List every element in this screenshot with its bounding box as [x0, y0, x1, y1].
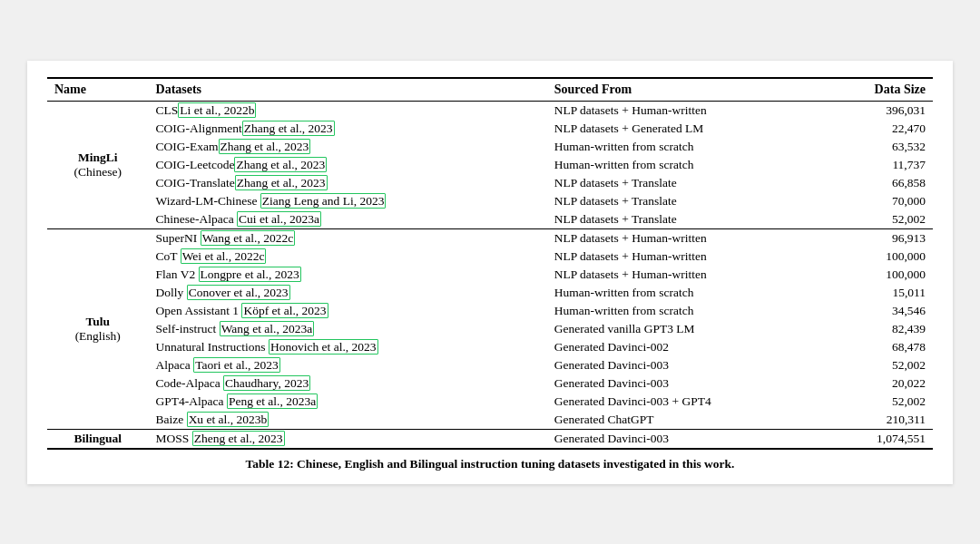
datasets-table: Name Datasets Sourced From Data Size Min…: [47, 77, 933, 450]
group-label-cell: Tulu(English): [47, 228, 149, 429]
dataset-cell: Alpaca Taori et al., 2023: [149, 356, 547, 374]
table-row: Unnatural Instructions Honovich et al., …: [47, 338, 933, 356]
table-row: Chinese-Alpaca Cui et al., 2023aNLP data…: [47, 210, 933, 229]
size-cell: 100,000: [826, 248, 933, 266]
size-cell: 15,011: [826, 284, 933, 302]
table-row: COIG-AlignmentZhang et al., 2023NLP data…: [47, 120, 933, 138]
source-cell: Human-written from scratch: [547, 302, 826, 320]
dataset-cell: Flan V2 Longpre et al., 2023: [149, 266, 547, 284]
source-cell: Generated Davinci-003: [547, 374, 826, 393]
source-cell: Generated Davinci-002: [547, 338, 826, 356]
size-cell: 68,478: [826, 338, 933, 356]
dataset-cell: CoT Wei et al., 2022c: [149, 248, 547, 266]
size-cell: 1,074,551: [826, 429, 933, 449]
source-cell: Generated ChatGPT: [547, 411, 826, 430]
size-cell: 210,311: [826, 411, 933, 430]
dataset-cell: Dolly Conover et al., 2023: [149, 284, 547, 302]
table-row: BilingualMOSS Zheng et al., 2023Generate…: [47, 429, 933, 449]
col-header-datasets: Datasets: [149, 78, 547, 102]
dataset-cell: CLSLi et al., 2022b: [149, 101, 547, 120]
group-label-cell: Bilingual: [47, 429, 149, 449]
source-cell: NLP datasets + Translate: [547, 210, 826, 229]
dataset-cell: GPT4-Alpaca Peng et al., 2023a: [149, 393, 547, 411]
table-row: COIG-ExamZhang et al., 2023Human-written…: [47, 138, 933, 156]
source-cell: NLP datasets + Human-written: [547, 248, 826, 266]
col-header-source: Sourced From: [547, 78, 826, 102]
source-cell: Generated Davinci-003: [547, 356, 826, 374]
group-label-cell: MingLi(Chinese): [47, 101, 149, 228]
dataset-cell: Self-instruct Wang et al., 2023a: [149, 320, 547, 338]
table-header-row: Name Datasets Sourced From Data Size: [47, 78, 933, 102]
size-cell: 22,470: [826, 120, 933, 138]
size-cell: 52,002: [826, 393, 933, 411]
table-row: CoT Wei et al., 2022cNLP datasets + Huma…: [47, 248, 933, 266]
source-cell: NLP datasets + Human-written: [547, 266, 826, 284]
table-row: Tulu(English)SuperNI Wang et al., 2022cN…: [47, 228, 933, 248]
table-row: Code-Alpaca Chaudhary, 2023Generated Dav…: [47, 374, 933, 393]
size-cell: 11,737: [826, 156, 933, 174]
table-row: Alpaca Taori et al., 2023Generated Davin…: [47, 356, 933, 374]
size-cell: 66,858: [826, 174, 933, 192]
table-row: COIG-TranslateZhang et al., 2023NLP data…: [47, 174, 933, 192]
dataset-cell: Chinese-Alpaca Cui et al., 2023a: [149, 210, 547, 229]
table-card: Name Datasets Sourced From Data Size Min…: [27, 61, 953, 484]
table-row: MingLi(Chinese)CLSLi et al., 2022bNLP da…: [47, 101, 933, 120]
size-cell: 20,022: [826, 374, 933, 393]
source-cell: Human-written from scratch: [547, 156, 826, 174]
table-row: Dolly Conover et al., 2023Human-written …: [47, 284, 933, 302]
size-cell: 70,000: [826, 192, 933, 210]
source-cell: Generated Davinci-003: [547, 429, 826, 449]
size-cell: 396,031: [826, 101, 933, 120]
col-header-size: Data Size: [826, 78, 933, 102]
source-cell: NLP datasets + Generated LM: [547, 120, 826, 138]
table-row: Self-instruct Wang et al., 2023aGenerate…: [47, 320, 933, 338]
source-cell: Human-written from scratch: [547, 138, 826, 156]
source-cell: NLP datasets + Human-written: [547, 228, 826, 248]
size-cell: 34,546: [826, 302, 933, 320]
caption-label: Table 12:: [246, 457, 294, 471]
col-header-name: Name: [47, 78, 149, 102]
size-cell: 100,000: [826, 266, 933, 284]
dataset-cell: COIG-TranslateZhang et al., 2023: [149, 174, 547, 192]
table-row: COIG-LeetcodeZhang et al., 2023Human-wri…: [47, 156, 933, 174]
size-cell: 63,532: [826, 138, 933, 156]
dataset-cell: COIG-ExamZhang et al., 2023: [149, 138, 547, 156]
dataset-cell: SuperNI Wang et al., 2022c: [149, 228, 547, 248]
table-row: GPT4-Alpaca Peng et al., 2023aGenerated …: [47, 393, 933, 411]
dataset-cell: Baize Xu et al., 2023b: [149, 411, 547, 430]
caption-text: Chinese, English and Bilingual instructi…: [294, 457, 735, 471]
dataset-cell: Unnatural Instructions Honovich et al., …: [149, 338, 547, 356]
dataset-cell: COIG-AlignmentZhang et al., 2023: [149, 120, 547, 138]
dataset-cell: Open Assistant 1 Köpf et al., 2023: [149, 302, 547, 320]
source-cell: Human-written from scratch: [547, 284, 826, 302]
dataset-cell: Code-Alpaca Chaudhary, 2023: [149, 374, 547, 393]
source-cell: NLP datasets + Translate: [547, 192, 826, 210]
source-cell: Generated vanilla GPT3 LM: [547, 320, 826, 338]
table-row: Open Assistant 1 Köpf et al., 2023Human-…: [47, 302, 933, 320]
table-row: Wizard-LM-Chinese Ziang Leng and Li, 202…: [47, 192, 933, 210]
dataset-cell: COIG-LeetcodeZhang et al., 2023: [149, 156, 547, 174]
table-row: Baize Xu et al., 2023bGenerated ChatGPT2…: [47, 411, 933, 430]
source-cell: NLP datasets + Translate: [547, 174, 826, 192]
source-cell: Generated Davinci-003 + GPT4: [547, 393, 826, 411]
table-row: Flan V2 Longpre et al., 2023NLP datasets…: [47, 266, 933, 284]
size-cell: 52,002: [826, 356, 933, 374]
size-cell: 96,913: [826, 228, 933, 248]
source-cell: NLP datasets + Human-written: [547, 101, 826, 120]
dataset-cell: Wizard-LM-Chinese Ziang Leng and Li, 202…: [149, 192, 547, 210]
size-cell: 52,002: [826, 210, 933, 229]
dataset-cell: MOSS Zheng et al., 2023: [149, 429, 547, 449]
table-caption: Table 12: Chinese, English and Bilingual…: [47, 457, 933, 471]
size-cell: 82,439: [826, 320, 933, 338]
